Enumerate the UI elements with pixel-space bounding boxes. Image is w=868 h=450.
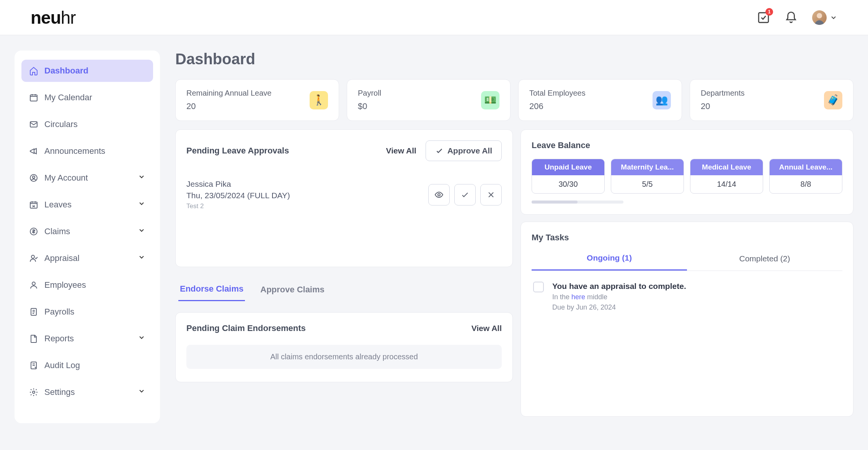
- card-title: Pending Claim Endorsements: [186, 323, 306, 333]
- leave-balance-row[interactable]: Unpaid Leave 30/30 Maternity Lea... 5/5 …: [532, 159, 842, 195]
- avatar: [812, 10, 827, 25]
- balance-value: 5/5: [611, 175, 684, 193]
- sidebar-item-label: Settings: [44, 387, 75, 397]
- view-all-button[interactable]: View All: [386, 146, 416, 155]
- chevron-down-icon: [138, 253, 145, 261]
- header-actions: 1: [757, 10, 837, 25]
- pending-claim-endorsements-card: Pending Claim Endorsements View All All …: [175, 312, 513, 382]
- stat-value: 20: [701, 101, 745, 111]
- sidebar-item-label: Appraisal: [44, 253, 80, 263]
- task-item: You have an appraisal to complete. In th…: [532, 271, 842, 322]
- svg-point-9: [32, 282, 35, 285]
- notifications-button[interactable]: [785, 11, 798, 24]
- sidebar-item-my-calendar[interactable]: My Calendar: [21, 86, 153, 109]
- sidebar-item-label: Claims: [44, 227, 70, 236]
- main-content: Dashboard Remaining Annual Leave 20 🚶 Pa…: [175, 51, 853, 423]
- sidebar-item-dashboard[interactable]: Dashboard: [21, 60, 153, 82]
- task-subtext: In the here middle: [552, 293, 686, 301]
- money-icon: 💵: [481, 91, 499, 109]
- task-sub-post: middle: [585, 293, 607, 301]
- view-all-button[interactable]: View All: [472, 324, 502, 333]
- check-icon: [435, 147, 444, 155]
- task-title: You have an appraisal to complete.: [552, 282, 686, 291]
- home-icon: [29, 66, 38, 75]
- task-link[interactable]: here: [571, 293, 585, 301]
- user-menu[interactable]: [812, 10, 837, 25]
- chevron-down-icon: [830, 14, 837, 21]
- balance-unpaid-leave[interactable]: Unpaid Leave 30/30: [532, 159, 605, 194]
- empty-state: All claims endorsements already processe…: [186, 345, 502, 369]
- balance-label: Unpaid Leave: [532, 159, 604, 175]
- sidebar-item-appraisal[interactable]: Appraisal: [21, 247, 153, 269]
- inbox-button[interactable]: 1: [757, 11, 770, 24]
- app-logo[interactable]: neuhr: [31, 7, 76, 28]
- top-header: neuhr 1: [0, 0, 868, 35]
- tab-endorse-claims[interactable]: Endorse Claims: [178, 278, 245, 301]
- balance-maternity-leave[interactable]: Maternity Lea... 5/5: [611, 159, 684, 194]
- sidebar-item-employees[interactable]: Employees: [21, 274, 153, 296]
- sidebar-item-label: My Account: [44, 173, 88, 183]
- user-icon: [29, 280, 38, 290]
- gear-icon: [29, 388, 38, 397]
- sidebar-item-label: Announcements: [44, 146, 105, 156]
- card-title: My Tasks: [532, 233, 842, 243]
- leave-balance-card: Leave Balance Unpaid Leave 30/30 Materni…: [520, 129, 853, 215]
- task-checkbox[interactable]: [533, 282, 544, 292]
- sidebar-item-payrolls[interactable]: Payrolls: [21, 301, 153, 323]
- balance-medical-leave[interactable]: Medical Leave 14/14: [690, 159, 763, 194]
- svg-point-12: [33, 391, 35, 393]
- stat-value: $0: [358, 101, 381, 111]
- balance-label: Maternity Lea...: [611, 159, 684, 175]
- card-title: Leave Balance: [532, 140, 842, 150]
- approve-all-button[interactable]: Approve All: [426, 140, 502, 161]
- reject-button[interactable]: [480, 184, 502, 205]
- sidebar-item-audit-log[interactable]: Audit Log: [21, 354, 153, 377]
- sidebar-item-label: Circulars: [44, 119, 78, 129]
- task-sub-pre: In the: [552, 293, 571, 301]
- balance-value: 30/30: [532, 175, 604, 193]
- employee-name: Jessica Pika: [186, 179, 290, 189]
- check-icon: [460, 190, 470, 199]
- sidebar-item-label: Leaves: [44, 200, 72, 210]
- balance-value: 14/14: [690, 175, 763, 193]
- view-button[interactable]: [428, 184, 450, 205]
- sidebar-item-label: Employees: [44, 280, 86, 290]
- sidebar-item-circulars[interactable]: Circulars: [21, 113, 153, 135]
- svg-point-1: [817, 13, 822, 18]
- balance-annual-leave[interactable]: Annual Leave... 8/8: [769, 159, 842, 194]
- sidebar-item-my-account[interactable]: My Account: [21, 167, 153, 189]
- briefcase-icon: 🧳: [824, 91, 842, 109]
- sidebar-item-reports[interactable]: Reports: [21, 328, 153, 350]
- approve-button[interactable]: [454, 184, 476, 205]
- leave-date: Thu, 23/05/2024 (FULL DAY): [186, 191, 290, 200]
- my-tasks-card: My Tasks Ongoing (1) Completed (2) You h…: [520, 222, 853, 417]
- stat-total-employees: Total Employees 206 👥: [518, 79, 682, 121]
- sidebar-item-announcements[interactable]: Announcements: [21, 140, 153, 162]
- sidebar-item-label: Payrolls: [44, 307, 74, 317]
- tab-completed[interactable]: Completed (2): [687, 246, 842, 271]
- inbox-badge: 1: [765, 8, 773, 16]
- calendar-x-icon: [29, 200, 38, 209]
- svg-rect-6: [30, 202, 37, 208]
- svg-rect-2: [30, 95, 37, 101]
- close-icon: [486, 190, 496, 199]
- sidebar-item-label: Audit Log: [44, 360, 80, 370]
- logo-part-hr: hr: [61, 8, 76, 28]
- tab-approve-claims[interactable]: Approve Claims: [259, 278, 326, 301]
- sidebar-item-label: Dashboard: [44, 66, 88, 76]
- tab-ongoing[interactable]: Ongoing (1): [532, 246, 687, 271]
- svg-point-8: [31, 255, 34, 258]
- sidebar-item-claims[interactable]: Claims: [21, 220, 153, 243]
- scroll-indicator[interactable]: [532, 201, 623, 204]
- chevron-down-icon: [138, 173, 145, 181]
- sidebar-item-leaves[interactable]: Leaves: [21, 194, 153, 216]
- logo-part-neu: neu: [31, 8, 61, 28]
- receipt-icon: [29, 307, 38, 316]
- approval-item: Jessica Pika Thu, 23/05/2024 (FULL DAY) …: [186, 173, 502, 217]
- tasks-tabs: Ongoing (1) Completed (2): [532, 246, 842, 271]
- sidebar-item-settings[interactable]: Settings: [21, 381, 153, 403]
- sidebar-item-label: My Calendar: [44, 93, 92, 103]
- file-icon: [29, 334, 38, 343]
- eye-icon: [434, 190, 444, 199]
- card-title: Pending Leave Approvals: [186, 146, 289, 156]
